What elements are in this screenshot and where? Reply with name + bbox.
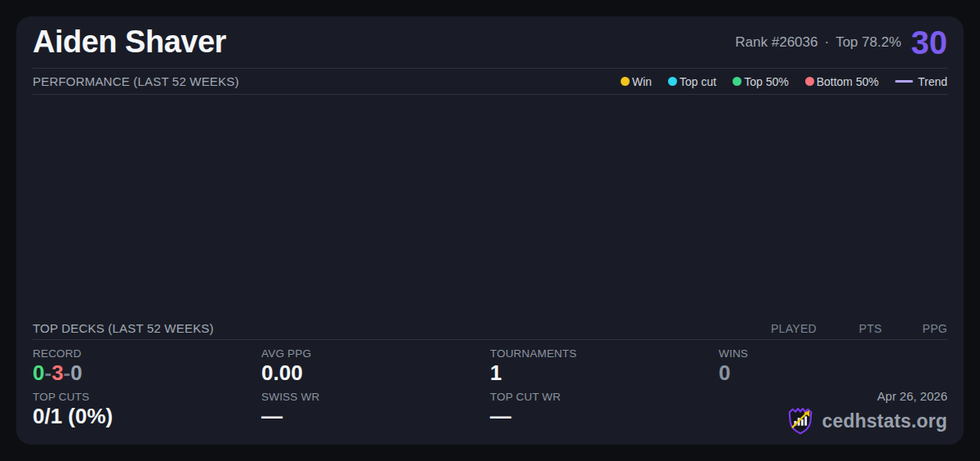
record-separator-1: -	[44, 360, 51, 385]
cedhstats-shield-logo-icon	[785, 405, 816, 436]
stat-top-cut-wr: TOP CUT WR —	[490, 389, 719, 438]
legend-item-top-cut: Top cut	[668, 75, 716, 88]
top-cut-dot-icon	[668, 77, 677, 86]
column-header-played: PLAYED	[751, 322, 817, 335]
stat-wins-value: 0	[719, 360, 947, 385]
player-stats-card: Aiden Shaver Rank #26036 · Top 78.2% 30 …	[16, 16, 964, 445]
column-header-pts: PTS	[817, 322, 882, 335]
performance-chart	[16, 95, 964, 317]
bottom50-dot-icon	[805, 77, 814, 86]
stat-top-cuts-value: 0/1 (0%)	[33, 404, 261, 428]
trend-line-icon	[895, 80, 913, 83]
top-decks-section-header: TOP DECKS (LAST 52 WEEKS) PLAYED PTS PPG	[33, 317, 947, 340]
legend-label-win: Win	[632, 75, 652, 88]
legend-label-bottom50: Bottom 50%	[817, 75, 879, 88]
legend-item-win: Win	[621, 75, 652, 88]
page-title: Aiden Shaver	[33, 25, 226, 60]
stat-top-cut-wr-value: —	[490, 404, 719, 428]
stat-top-cuts-label: TOP CUTS	[33, 390, 261, 404]
performance-section-title: PERFORMANCE (LAST 52 WEEKS)	[33, 74, 239, 88]
rank-dot-separator: ·	[824, 34, 829, 51]
legend-item-trend: Trend	[895, 75, 947, 88]
brand-text: cedhstats.org	[822, 410, 947, 432]
stat-avg-ppg-label: AVG PPG	[261, 347, 490, 360]
page-background: Aiden Shaver Rank #26036 · Top 78.2% 30 …	[0, 0, 980, 461]
card-header: Aiden Shaver Rank #26036 · Top 78.2% 30	[33, 16, 947, 69]
footer-date: Apr 26, 2026	[877, 389, 947, 403]
player-score: 30	[911, 26, 948, 59]
legend-item-top50: Top 50%	[733, 75, 788, 88]
stat-record: RECORD 0-3-0	[33, 346, 261, 389]
stat-wins: WINS 0	[719, 346, 947, 389]
stat-record-value: 0-3-0	[33, 360, 261, 385]
chart-legend: Win Top cut Top 50% Bottom 50% Trend	[621, 75, 947, 88]
stat-tournaments: TOURNAMENTS 1	[490, 346, 719, 389]
stat-swiss-wr-label: SWISS WR	[261, 390, 490, 404]
stat-avg-ppg: AVG PPG 0.00	[261, 346, 490, 389]
legend-label-trend: Trend	[918, 75, 947, 88]
rank-text: Rank #26036	[735, 34, 817, 51]
stat-tournaments-label: TOURNAMENTS	[490, 347, 719, 360]
stat-avg-ppg-value: 0.00	[261, 360, 490, 385]
stat-record-label: RECORD	[33, 347, 261, 360]
top-percent-text: Top 78.2%	[835, 34, 901, 51]
top-decks-column-headers: PLAYED PTS PPG	[751, 322, 947, 335]
header-rank-block: Rank #26036 · Top 78.2% 30	[735, 26, 947, 59]
rank-line: Rank #26036 · Top 78.2%	[735, 34, 901, 51]
stat-tournaments-value: 1	[490, 360, 719, 385]
stat-top-cuts: TOP CUTS 0/1 (0%)	[33, 389, 261, 438]
footer-brand-block: Apr 26, 2026 cedhstats.org	[719, 389, 947, 438]
stats-grid: RECORD 0-3-0 AVG PPG 0.00 TOURNAMENTS 1 …	[33, 340, 947, 445]
stat-swiss-wr-value: —	[261, 404, 490, 428]
record-losses: 3	[51, 360, 63, 385]
brand-link[interactable]: cedhstats.org	[785, 405, 947, 436]
win-dot-icon	[621, 77, 630, 86]
top50-dot-icon	[733, 77, 742, 86]
record-draws: 0	[70, 360, 82, 385]
performance-section-header: PERFORMANCE (LAST 52 WEEKS) Win Top cut …	[33, 69, 947, 95]
legend-label-top-cut: Top cut	[679, 75, 716, 88]
legend-label-top50: Top 50%	[744, 75, 788, 88]
stat-wins-label: WINS	[719, 347, 947, 360]
stat-swiss-wr: SWISS WR —	[261, 389, 490, 438]
legend-item-bottom50: Bottom 50%	[805, 75, 879, 88]
column-header-ppg: PPG	[882, 322, 947, 335]
stat-top-cut-wr-label: TOP CUT WR	[490, 390, 719, 404]
record-separator-2: -	[64, 360, 71, 385]
top-decks-section-title: TOP DECKS (LAST 52 WEEKS)	[33, 321, 214, 335]
record-wins: 0	[33, 360, 44, 385]
